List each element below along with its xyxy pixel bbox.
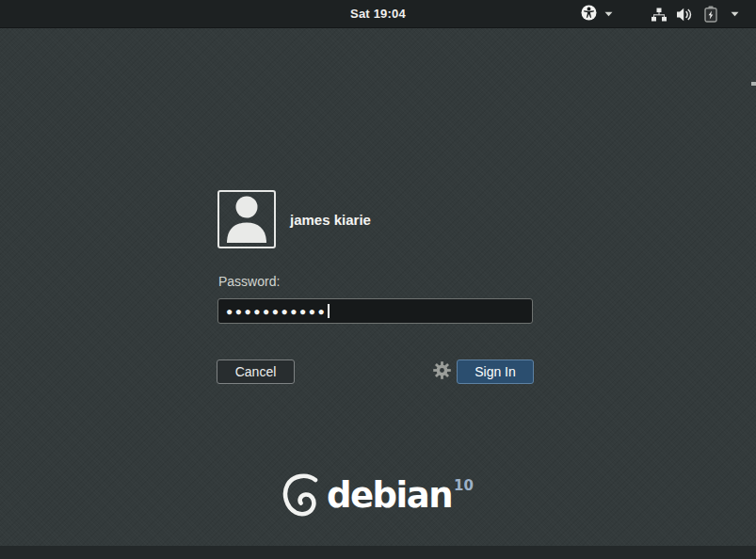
bottom-edge-strip bbox=[0, 546, 756, 559]
username-label: james kiarie bbox=[290, 212, 371, 228]
sign-in-button[interactable]: Sign In bbox=[457, 359, 534, 384]
password-masked-text: ●●●●●●●●●●● bbox=[226, 305, 327, 317]
network-wired-icon bbox=[651, 8, 667, 22]
gdm-login-screen: Sat 19:04 bbox=[0, 0, 756, 559]
branding: debian 10 bbox=[0, 471, 756, 524]
password-input[interactable]: ●●●●●●●●●●● bbox=[217, 298, 533, 324]
scrollbar-tick bbox=[751, 82, 756, 86]
gear-icon bbox=[433, 361, 451, 383]
system-status-menu-button[interactable] bbox=[641, 6, 739, 23]
debian-version: 10 bbox=[454, 477, 474, 494]
debian-wordmark: debian bbox=[327, 478, 452, 513]
password-label: Password: bbox=[218, 274, 280, 289]
top-bar-right-section bbox=[581, 0, 739, 28]
accessibility-icon bbox=[581, 5, 597, 24]
battery-charging-icon bbox=[704, 6, 717, 23]
chevron-down-icon bbox=[604, 11, 613, 17]
person-silhouette-icon bbox=[221, 191, 272, 247]
top-bar: Sat 19:04 bbox=[0, 0, 756, 28]
accessibility-menu-button[interactable] bbox=[581, 5, 613, 24]
volume-icon bbox=[677, 8, 694, 22]
cancel-button[interactable]: Cancel bbox=[217, 359, 295, 384]
avatar bbox=[217, 190, 276, 248]
text-caret bbox=[328, 304, 330, 318]
chevron-down-icon bbox=[731, 11, 739, 17]
debian-swirl-icon bbox=[282, 473, 322, 524]
clock-menu-button[interactable]: Sat 19:04 bbox=[350, 7, 406, 21]
session-options-button[interactable] bbox=[433, 363, 451, 381]
